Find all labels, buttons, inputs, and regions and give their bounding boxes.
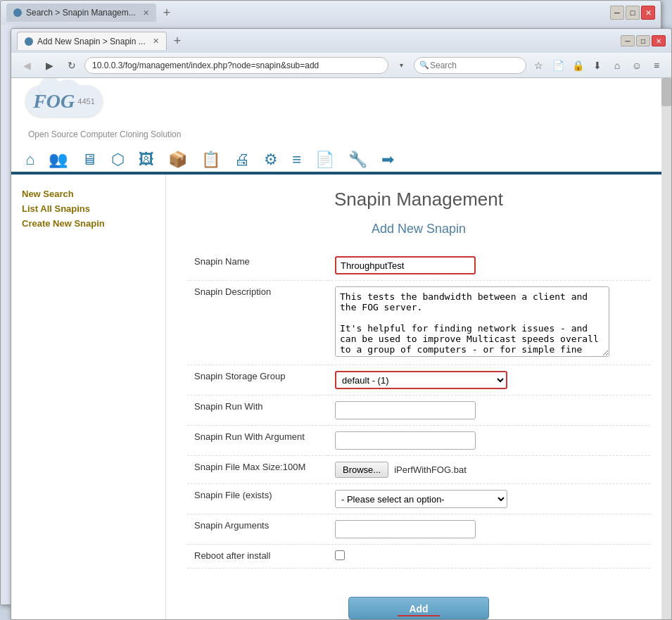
download-icon[interactable]: ⬇ bbox=[588, 56, 607, 75]
snapin-run-with-label: Snapin Run With bbox=[187, 396, 328, 426]
close-tab-active[interactable]: ✕ bbox=[153, 37, 159, 46]
new-tab-back[interactable]: + bbox=[159, 6, 175, 20]
snapin-file-exists-select[interactable]: - Please select an option- bbox=[335, 490, 507, 508]
snapin-arguments-row: Snapin Arguments bbox=[187, 514, 650, 545]
search-wrapper: 🔍 bbox=[414, 57, 526, 74]
tab-active[interactable]: Add New Snapin > Snapin ... ✕ bbox=[17, 32, 167, 50]
snapin-file-exists-label: Snapin File (exists) bbox=[187, 484, 328, 514]
security-icon[interactable]: 🔒 bbox=[569, 56, 587, 75]
nav-reports-icon[interactable]: ≡ bbox=[292, 151, 301, 169]
bookmarks-icon[interactable]: ☆ bbox=[529, 56, 547, 75]
snapin-run-with-row: Snapin Run With bbox=[187, 396, 650, 426]
back-button[interactable]: ◀ bbox=[17, 56, 37, 75]
snapin-form: Snapin Name Snapin Description This test… bbox=[187, 251, 650, 569]
toolbar-icons: ☆ 📄 🔒 ⬇ ⌂ ☺ ≡ bbox=[529, 56, 666, 75]
snapin-description-cell: This tests the bandwidth between a clien… bbox=[328, 281, 650, 365]
snapin-run-with-cell bbox=[328, 396, 650, 426]
page-content: FOG 4451 Open Source Computer Cloning So… bbox=[11, 78, 671, 619]
add-button[interactable]: Add bbox=[348, 597, 489, 619]
sidebar-create-new[interactable]: Create New Snapin bbox=[22, 218, 155, 229]
sidebar-new-search[interactable]: New Search bbox=[22, 189, 155, 199]
nav-storage-icon[interactable]: 📦 bbox=[168, 151, 187, 169]
refresh-button[interactable]: ↻ bbox=[62, 56, 82, 75]
search-icon: 🔍 bbox=[419, 61, 429, 70]
snapin-storage-select[interactable]: default - (1) bbox=[335, 371, 507, 389]
nav-images-icon[interactable]: 🖼 bbox=[139, 151, 154, 169]
content-panel: Snapin Management Add New Snapin Snapin … bbox=[166, 175, 671, 619]
fog-cloud: FOG 4451 bbox=[25, 85, 103, 117]
snapin-file-max-row: Snapin File Max Size:100M Browse... iPer… bbox=[187, 456, 650, 484]
snapin-name-label: Snapin Name bbox=[187, 251, 328, 281]
menu-icon[interactable]: ≡ bbox=[647, 56, 666, 75]
reader-icon[interactable]: 📄 bbox=[549, 56, 567, 75]
browser-window-front: Add New Snapin > Snapin ... ✕ + ─ □ ✕ ◀ … bbox=[11, 28, 672, 620]
forward-button[interactable]: ▶ bbox=[39, 56, 59, 75]
scrollbar-thumb[interactable] bbox=[661, 78, 671, 106]
nav-printers-icon[interactable]: 🖨 bbox=[234, 151, 250, 169]
fog-logo: FOG 4451 bbox=[25, 85, 110, 124]
sidebar-list-all[interactable]: List All Snapins bbox=[22, 203, 155, 214]
nav-home-icon[interactable]: ⌂ bbox=[25, 151, 34, 169]
snapin-arguments-input[interactable] bbox=[335, 520, 476, 538]
snapin-name-row: Snapin Name bbox=[187, 251, 650, 281]
fog-text: FOG bbox=[33, 90, 75, 113]
scrollbar[interactable] bbox=[661, 78, 671, 619]
snapin-description-row: Snapin Description This tests the bandwi… bbox=[187, 281, 650, 365]
close-btn-back[interactable]: ✕ bbox=[641, 6, 655, 20]
tab-label-back: Search > Snapin Managem... bbox=[26, 8, 136, 18]
nav-hosts-icon[interactable]: 🖥 bbox=[82, 151, 97, 169]
titlebar-front: Add New Snapin > Snapin ... ✕ + ─ □ ✕ bbox=[11, 29, 671, 53]
snapin-run-with-arg-row: Snapin Run With Argument bbox=[187, 426, 650, 456]
maximize-btn-back[interactable]: □ bbox=[626, 6, 640, 20]
navigation-toolbar: ◀ ▶ ↻ ▾ 🔍 ☆ 📄 🔒 ⬇ ⌂ ☺ ≡ bbox=[11, 53, 671, 78]
win-controls-front: ─ □ ✕ bbox=[621, 35, 666, 46]
fog-nav: ⌂ 👥 🖥 ⬡ 🖼 📦 📋 🖨 ⚙ ≡ 📄 🔧 ➡ bbox=[25, 145, 657, 172]
home-icon[interactable]: ⌂ bbox=[608, 56, 626, 75]
win-controls-back: ─ □ ✕ bbox=[610, 6, 655, 20]
nav-snapins-icon[interactable]: 📋 bbox=[201, 151, 220, 169]
search-input[interactable] bbox=[414, 57, 526, 74]
new-tab-front[interactable]: + bbox=[170, 34, 186, 49]
browse-button[interactable]: Browse... bbox=[335, 462, 388, 478]
snapin-run-with-arg-input[interactable] bbox=[335, 431, 476, 450]
fog-header: FOG 4451 Open Source Computer Cloning So… bbox=[11, 78, 671, 175]
snapin-arguments-cell bbox=[328, 514, 650, 545]
snapin-run-with-input[interactable] bbox=[335, 401, 476, 419]
reboot-label: Reboot after install bbox=[187, 545, 328, 569]
nav-tools-icon[interactable]: 🔧 bbox=[348, 151, 367, 169]
reboot-checkbox[interactable] bbox=[335, 550, 345, 560]
fog-tagline: Open Source Computer Cloning Solution bbox=[28, 129, 657, 139]
nav-logs-icon[interactable]: 📄 bbox=[315, 151, 334, 169]
nav-logout-icon[interactable]: ➡ bbox=[381, 151, 394, 169]
snapin-arguments-label: Snapin Arguments bbox=[187, 514, 328, 545]
main-area: New Search List All Snapins Create New S… bbox=[11, 175, 671, 619]
tab-label-active: Add New Snapin > Snapin ... bbox=[37, 37, 146, 46]
snapin-storage-label: Snapin Storage Group bbox=[187, 365, 328, 396]
nav-groups-icon[interactable]: ⬡ bbox=[111, 151, 125, 169]
sidebar: New Search List All Snapins Create New S… bbox=[11, 175, 166, 619]
snapin-file-exists-row: Snapin File (exists) - Please select an … bbox=[187, 484, 650, 514]
snapin-description-textarea[interactable]: This tests the bandwidth between a clien… bbox=[335, 286, 609, 357]
file-name-display: iPerfWithFOG.bat bbox=[394, 464, 467, 475]
snapin-name-input[interactable] bbox=[335, 256, 476, 274]
snapin-file-exists-cell: - Please select an option- bbox=[328, 484, 650, 514]
snapin-storage-row: Snapin Storage Group default - (1) bbox=[187, 365, 650, 396]
maximize-btn-front[interactable]: □ bbox=[636, 35, 650, 46]
nav-users-icon[interactable]: 👥 bbox=[49, 151, 68, 169]
address-dropdown-btn[interactable]: ▾ bbox=[391, 56, 411, 75]
feedback-icon[interactable]: ☺ bbox=[628, 56, 646, 75]
snapin-run-with-arg-cell bbox=[328, 426, 650, 456]
close-btn-front[interactable]: ✕ bbox=[652, 35, 666, 46]
close-tab-back[interactable]: ✕ bbox=[143, 8, 149, 18]
page-subtitle: Add New Snapin bbox=[187, 222, 650, 236]
snapin-file-max-label: Snapin File Max Size:100M bbox=[187, 456, 328, 484]
nav-tasks-icon[interactable]: ⚙ bbox=[264, 151, 278, 169]
minimize-btn-front[interactable]: ─ bbox=[621, 35, 635, 46]
tab-back[interactable]: Search > Snapin Managem... ✕ bbox=[6, 4, 156, 22]
fog-logo-area: FOG 4451 bbox=[25, 85, 657, 124]
address-bar[interactable] bbox=[84, 57, 388, 74]
snapin-description-label: Snapin Description bbox=[187, 281, 328, 365]
minimize-btn-back[interactable]: ─ bbox=[610, 6, 624, 20]
titlebar-back: Search > Snapin Managem... ✕ + ─ □ ✕ bbox=[1, 1, 661, 25]
reboot-row: Reboot after install bbox=[187, 545, 650, 569]
